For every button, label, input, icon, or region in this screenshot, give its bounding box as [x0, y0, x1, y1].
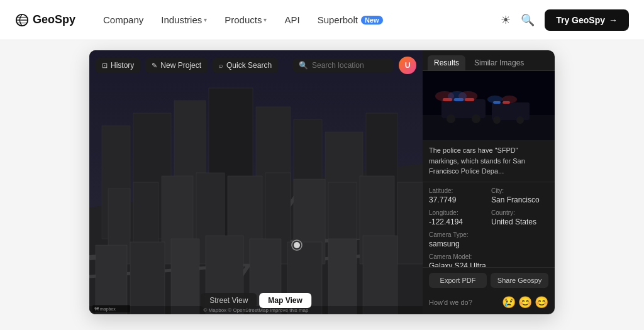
latitude-value: 37.7749: [429, 195, 486, 204]
feedback-row: How'd we do? 😢 😊 😊: [423, 293, 555, 314]
latitude-label: Latitude:: [429, 187, 486, 194]
geospy-logo-icon: [15, 13, 29, 27]
camera-type-label: Camera Type:: [429, 231, 548, 238]
logo-text: GeoSpy: [33, 13, 75, 26]
history-button[interactable]: ⊡ History: [96, 58, 140, 73]
feedback-label: How'd we do?: [429, 299, 472, 306]
3d-map: 🗺 mapbox: [89, 50, 423, 314]
navbar: GeoSpy Company Industries ▾ Products ▾ A…: [0, 0, 644, 40]
lat-city-row: Latitude: 37.7749 City: San Francisco: [429, 187, 548, 204]
city-col: City: San Francisco: [491, 187, 548, 204]
export-pdf-button[interactable]: Export PDF: [429, 273, 487, 288]
street-view-button[interactable]: Street View: [201, 293, 257, 308]
svg-rect-55: [423, 71, 555, 140]
map-panel: ⊡ History ✎ New Project ⌕ Quick Search 🔍…: [89, 50, 423, 314]
user-avatar[interactable]: U: [399, 57, 416, 74]
country-value: United States: [491, 217, 548, 226]
neutral-emoji-button[interactable]: 😊: [518, 295, 532, 309]
city-label: City:: [491, 187, 548, 194]
map-view-button[interactable]: Map View: [259, 293, 311, 308]
map-view-toggle: Street View Map View: [201, 293, 311, 308]
location-search: 🔍: [292, 58, 394, 72]
result-image: [423, 71, 555, 140]
main-content: ⊡ History ✎ New Project ⌕ Quick Search 🔍…: [0, 40, 644, 330]
country-col: Country: United States: [491, 209, 548, 226]
chevron-down-icon: ▾: [264, 16, 267, 23]
latitude-col: Latitude: 37.7749: [429, 187, 486, 204]
map-toolbar: ⊡ History ✎ New Project ⌕ Quick Search 🔍…: [96, 57, 416, 74]
camera-type-section: Camera Type: samsung: [429, 231, 548, 248]
new-project-button[interactable]: ✎ New Project: [145, 58, 208, 73]
city-value: San Francisco: [491, 195, 548, 204]
pencil-icon: ✎: [152, 62, 157, 70]
new-badge: New: [361, 16, 383, 25]
results-panel: Results Similar Images: [423, 50, 555, 314]
lon-country-row: Longitude: -122.4194 Country: United Sta…: [429, 209, 548, 226]
search-icon: ⌕: [219, 62, 223, 69]
camera-type-value: samsung: [429, 239, 548, 248]
share-geospy-button[interactable]: Share Geospy: [491, 273, 548, 288]
camera-model-section: Camera Model: Galaxy S24 Ultra: [429, 253, 548, 268]
country-label: Country:: [491, 209, 548, 216]
search-icon: 🔍: [299, 61, 308, 70]
history-icon: ⊡: [102, 62, 108, 70]
result-actions: Export PDF Share Geospy: [423, 267, 555, 293]
nav-actions: ☀ 🔍 Try GeoSpy →: [501, 9, 629, 31]
chevron-down-icon: ▾: [204, 16, 207, 23]
longitude-col: Longitude: -122.4194: [429, 209, 486, 226]
nav-company[interactable]: Company: [96, 11, 151, 29]
nav-industries[interactable]: Industries ▾: [153, 11, 214, 29]
sun-icon: ☀: [501, 13, 511, 27]
try-geospy-button[interactable]: Try GeoSpy →: [545, 9, 629, 31]
search-icon: 🔍: [521, 13, 535, 27]
theme-toggle-button[interactable]: ☀: [501, 13, 511, 27]
camera-model-value: Galaxy S24 Ultra: [429, 261, 548, 268]
app-window: ⊡ History ✎ New Project ⌕ Quick Search 🔍…: [89, 50, 555, 314]
svg-point-33: [294, 242, 300, 248]
longitude-value: -122.4194: [429, 217, 486, 226]
camera-model-label: Camera Model:: [429, 253, 548, 260]
search-input[interactable]: [312, 61, 387, 70]
result-description: The police cars have "SFPD" markings, wh…: [423, 140, 555, 182]
logo[interactable]: GeoSpy: [15, 13, 75, 27]
result-metadata: Latitude: 37.7749 City: San Francisco Lo…: [423, 182, 555, 268]
sad-emoji-button[interactable]: 😢: [502, 295, 516, 309]
nav-superbolt[interactable]: Superbolt New: [310, 11, 391, 29]
search-button[interactable]: 🔍: [521, 13, 535, 27]
results-tab[interactable]: Results: [428, 55, 465, 70]
svg-rect-32: [89, 50, 423, 314]
nav-products[interactable]: Products ▾: [217, 11, 274, 29]
nav-api[interactable]: API: [277, 11, 307, 29]
arrow-icon: →: [609, 15, 618, 25]
similar-images-tab[interactable]: Similar Images: [468, 55, 530, 70]
longitude-label: Longitude:: [429, 209, 486, 216]
nav-links: Company Industries ▾ Products ▾ API Supe…: [96, 11, 501, 29]
emoji-buttons: 😢 😊 😊: [502, 295, 548, 309]
happy-emoji-button[interactable]: 😊: [535, 295, 548, 309]
results-tabs: Results Similar Images: [423, 50, 555, 71]
quick-search-button[interactable]: ⌕ Quick Search: [213, 58, 278, 73]
